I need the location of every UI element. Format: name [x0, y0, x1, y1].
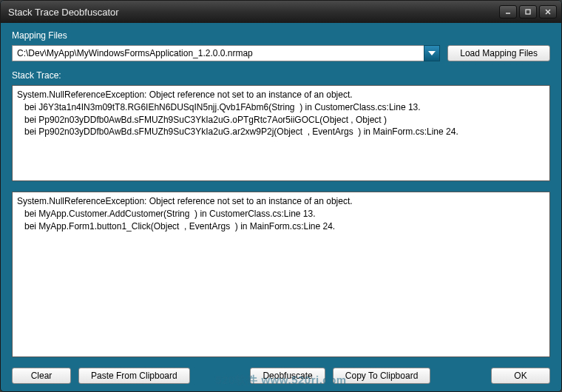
deobfuscate-button[interactable]: Deobfuscate [250, 368, 325, 384]
close-button[interactable] [539, 5, 557, 18]
minimize-icon [504, 8, 512, 16]
load-mapping-files-button[interactable]: Load Mapping Files [447, 45, 550, 61]
app-window: Stack Trace Deobfuscator Mapping Files L… [0, 0, 562, 392]
mapping-path-input[interactable] [12, 45, 424, 61]
maximize-icon [524, 8, 532, 16]
ok-button[interactable]: OK [491, 368, 550, 384]
content-area: Mapping Files Load Mapping Files Stack T… [1, 23, 561, 391]
chevron-down-icon [428, 51, 436, 55]
mapping-files-label: Mapping Files [12, 30, 550, 41]
button-row: Clear Paste From Clipboard Deobfuscate C… [12, 368, 550, 384]
mapping-dropdown-button[interactable] [424, 45, 440, 61]
stack-trace-label: Stack Trace: [12, 70, 550, 81]
minimize-button[interactable] [499, 5, 517, 18]
stack-trace-input[interactable]: System.NullReferenceException: Object re… [12, 85, 550, 181]
svg-rect-1 [526, 10, 530, 14]
clear-button[interactable]: Clear [12, 368, 71, 384]
stack-trace-output[interactable]: System.NullReferenceException: Object re… [12, 192, 550, 357]
mapping-row: Load Mapping Files [12, 45, 550, 61]
window-title: Stack Trace Deobfuscator [8, 7, 119, 18]
mapping-path-combo[interactable] [12, 45, 440, 61]
maximize-button[interactable] [519, 5, 537, 18]
window-controls [499, 5, 557, 18]
copy-to-clipboard-button[interactable]: Copy To Clipboard [333, 368, 431, 384]
titlebar: Stack Trace Deobfuscator [1, 1, 561, 23]
svg-marker-4 [428, 51, 436, 55]
paste-from-clipboard-button[interactable]: Paste From Clipboard [78, 368, 190, 384]
close-icon [544, 8, 552, 16]
